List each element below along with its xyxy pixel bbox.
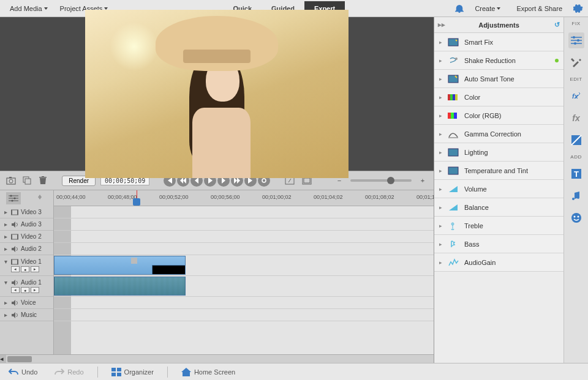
snapshot-button[interactable] <box>5 174 17 187</box>
track-row[interactable] <box>54 243 434 255</box>
adjustment-item-gain[interactable]: ▸AudioGain <box>434 253 564 272</box>
adjustment-item-bass[interactable]: ▸Bass <box>434 235 564 253</box>
track-label-row[interactable]: ▸Video 2 <box>0 231 53 243</box>
rail-adjust-button[interactable] <box>568 32 584 48</box>
track-type-icon <box>11 312 18 318</box>
track-label-row[interactable]: ▾Audio 1◂●▸ <box>0 276 53 297</box>
rail-music-button[interactable] <box>568 188 584 204</box>
create-menu[interactable]: Create <box>470 2 505 15</box>
rail-tools-button[interactable] <box>568 54 584 70</box>
caret-down-icon <box>44 7 48 10</box>
preview-frame[interactable] <box>85 10 349 178</box>
add-media-label: Add Media <box>10 5 42 12</box>
track-expand-icon[interactable]: ▾ <box>2 279 9 286</box>
adjustment-item-treble[interactable]: ▸Treble <box>434 217 564 235</box>
track-expand-icon[interactable]: ▸ <box>2 209 9 215</box>
track-content[interactable] <box>54 206 434 354</box>
track-expand-icon[interactable]: ▾ <box>2 258 9 265</box>
track-expand-icon[interactable]: ▸ <box>2 233 9 240</box>
adjustment-item-shake[interactable]: ▸Shake Reduction <box>434 51 564 70</box>
new-item-button[interactable] <box>21 174 33 187</box>
applied-indicator-icon <box>555 59 559 62</box>
svg-text:T: T <box>574 170 579 179</box>
rail-graphics-button[interactable] <box>568 210 584 226</box>
track-row[interactable] <box>54 255 434 276</box>
rail-fx-button[interactable]: fx <box>568 110 584 126</box>
rail-transitions-button[interactable] <box>568 132 584 148</box>
track-next-button[interactable]: ▸ <box>31 287 39 293</box>
redo-button[interactable]: Redo <box>51 366 87 378</box>
track-expand-icon[interactable]: ▸ <box>2 245 9 252</box>
balance-icon <box>447 203 459 212</box>
playhead[interactable] <box>133 198 140 206</box>
track-toggle-button[interactable]: ● <box>21 266 29 272</box>
track-name: Video 2 <box>21 233 42 240</box>
expand-arrow-icon: ▸ <box>439 186 442 192</box>
track-row[interactable] <box>54 206 434 218</box>
settings-gear-icon[interactable] <box>573 4 583 13</box>
track-name: Audio 1 <box>21 279 42 286</box>
track-name: Audio 2 <box>21 245 42 252</box>
collapse-panel-icon[interactable]: ▸▸ <box>438 21 445 29</box>
track-label-row[interactable]: ▸Video 3 <box>0 206 53 218</box>
svg-rect-20 <box>448 39 458 46</box>
zoom-slider[interactable] <box>350 179 412 182</box>
right-panel: ▸▸ Adjustments ↺ ▸Smart Fix▸Shake Reduct… <box>434 17 588 363</box>
undo-button[interactable]: Undo <box>5 366 41 378</box>
timeline-settings-button[interactable] <box>6 192 21 204</box>
adjustment-item-color[interactable]: ▸Color <box>434 88 564 106</box>
track-type-icon <box>11 300 18 306</box>
svg-rect-26 <box>455 94 458 100</box>
track-expand-icon[interactable]: ▸ <box>2 299 9 306</box>
bass-icon <box>447 239 459 249</box>
zoom-in-button[interactable]: + <box>417 174 429 187</box>
track-label-row[interactable]: ▾Video 1◂●▸ <box>0 255 53 276</box>
svg-rect-45 <box>111 368 116 371</box>
timeline-ruler[interactable]: 00;00;44;00 00;00;48;00 00;00;52;00 00;0… <box>54 190 434 206</box>
video-clip-black[interactable] <box>152 265 186 275</box>
track-labels: ▸Video 3▸Audio 3▸Video 2▸Audio 2▾Video 1… <box>0 206 54 354</box>
svg-rect-23 <box>448 94 450 100</box>
undo-icon <box>9 368 18 376</box>
adjustment-item-balance[interactable]: ▸Balance <box>434 198 564 217</box>
delete-button[interactable] <box>37 174 49 187</box>
notification-bell-icon[interactable] <box>455 4 464 13</box>
track-row[interactable] <box>54 218 434 231</box>
track-next-button[interactable]: ▸ <box>31 266 39 272</box>
track-prev-button[interactable]: ◂ <box>11 266 20 272</box>
clip-marker-icon[interactable] <box>131 258 137 264</box>
track-row[interactable] <box>54 297 434 309</box>
track-expand-icon[interactable]: ▸ <box>2 221 9 228</box>
audio-clip[interactable] <box>54 277 186 296</box>
track-label-row[interactable]: ▸Music <box>0 309 53 321</box>
track-row[interactable] <box>54 231 434 243</box>
timeline-marker-button[interactable] <box>32 192 47 204</box>
track-row[interactable] <box>54 309 434 321</box>
track-prev-button[interactable]: ◂ <box>11 287 20 293</box>
adjustment-item-tone[interactable]: ▸Auto Smart Tone <box>434 70 564 88</box>
hscroll-thumb[interactable] <box>7 356 32 362</box>
adjustment-item-rgb[interactable]: ▸Color (RGB) <box>434 106 564 125</box>
adjustment-item-gamma[interactable]: ▸Gamma Correction <box>434 125 564 143</box>
adjustment-item-volume[interactable]: ▸Volume <box>434 180 564 198</box>
adjustment-item-temp[interactable]: ▸Temperature and Tint <box>434 162 564 180</box>
add-media-menu[interactable]: Add Media <box>5 2 53 15</box>
organizer-button[interactable]: Organizer <box>108 366 157 378</box>
hscroll-left-button[interactable]: ◂ <box>0 355 6 363</box>
svg-point-33 <box>454 242 455 243</box>
track-label-row[interactable]: ▸Voice <box>0 297 53 309</box>
track-label-row[interactable]: ▸Audio 2 <box>0 243 53 255</box>
rail-effects-button[interactable]: fx <box>568 88 584 104</box>
track-row[interactable] <box>54 276 434 297</box>
track-label-row[interactable]: ▸Audio 3 <box>0 218 53 231</box>
home-screen-button[interactable]: Home Screen <box>178 366 239 378</box>
reset-adjustments-icon[interactable]: ↺ <box>554 21 560 29</box>
track-expand-icon[interactable]: ▸ <box>2 311 9 318</box>
rail-titles-button[interactable]: T <box>568 166 584 182</box>
track-toggle-button[interactable]: ● <box>21 287 29 293</box>
adjustment-item-smartfix[interactable]: ▸Smart Fix <box>434 33 564 51</box>
svg-rect-22 <box>448 75 458 83</box>
track-name: Video 1 <box>21 258 42 265</box>
adjustment-item-lighting[interactable]: ▸Lighting <box>434 143 564 162</box>
export-share-button[interactable]: Export & Share <box>511 2 567 15</box>
